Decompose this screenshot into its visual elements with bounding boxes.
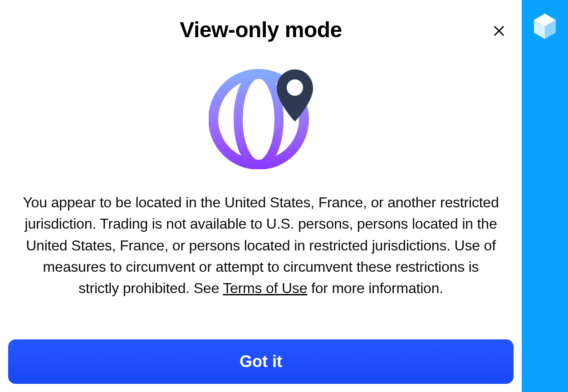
brand-cube-icon [533, 13, 557, 40]
modal-body-text: You appear to be located in the United S… [8, 192, 514, 299]
close-button[interactable] [489, 21, 509, 41]
svg-point-3 [287, 79, 303, 96]
close-icon [493, 24, 505, 37]
modal-dialog: View-only mode [0, 0, 522, 392]
body-text-after: for more information. [307, 280, 443, 296]
spacer [8, 299, 514, 321]
modal-title: View-only mode [180, 17, 342, 42]
modal-header: View-only mode [8, 8, 514, 56]
terms-of-use-link[interactable]: Terms of Use [223, 280, 307, 296]
right-sidebar [522, 0, 568, 392]
globe-location-icon [209, 65, 313, 169]
modal-illustration [8, 65, 514, 169]
got-it-button[interactable]: Got it [8, 339, 514, 384]
